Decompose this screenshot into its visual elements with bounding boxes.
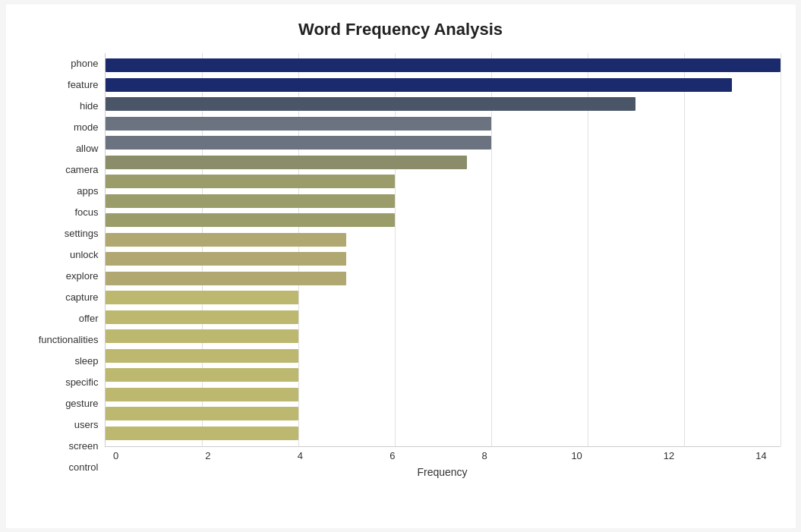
bar bbox=[106, 272, 347, 285]
y-label: hide bbox=[80, 96, 99, 116]
bar bbox=[106, 349, 298, 363]
bar-row bbox=[106, 289, 781, 306]
bar bbox=[106, 156, 467, 169]
bar-row bbox=[106, 250, 781, 267]
bars-area bbox=[105, 53, 781, 447]
x-tick: 0 bbox=[105, 450, 128, 461]
chart-container: Word Frequency Analysis phonefeaturehide… bbox=[6, 5, 796, 528]
bar-row bbox=[106, 328, 781, 345]
y-axis: phonefeaturehidemodeallowcameraappsfocus… bbox=[21, 53, 105, 478]
x-tick: 10 bbox=[566, 450, 588, 461]
bar bbox=[106, 136, 491, 150]
bar bbox=[106, 329, 298, 343]
bar-row bbox=[106, 173, 781, 190]
y-label: explore bbox=[66, 266, 99, 286]
y-label: settings bbox=[65, 224, 99, 244]
y-label: gesture bbox=[65, 394, 98, 414]
bar bbox=[106, 117, 491, 131]
bar bbox=[106, 310, 298, 324]
bar bbox=[106, 78, 733, 92]
bar bbox=[106, 233, 347, 247]
bar-row bbox=[106, 154, 781, 171]
bars-wrapper bbox=[106, 53, 781, 446]
x-axis-label: Frequency bbox=[105, 466, 781, 478]
bar bbox=[106, 58, 781, 72]
bar bbox=[106, 252, 347, 266]
bar bbox=[106, 407, 298, 420]
bar bbox=[106, 97, 636, 111]
y-label: focus bbox=[74, 203, 98, 222]
bar-row bbox=[106, 405, 781, 422]
y-label: unlock bbox=[70, 245, 99, 265]
y-label: control bbox=[68, 458, 98, 477]
y-label: screen bbox=[68, 436, 98, 456]
chart-title: Word Frequency Analysis bbox=[21, 20, 781, 39]
y-label: mode bbox=[74, 118, 99, 137]
x-axis: 02468101214 bbox=[105, 447, 781, 461]
grid-line bbox=[781, 53, 781, 446]
x-tick: 4 bbox=[289, 450, 311, 461]
bar-row bbox=[106, 309, 781, 326]
x-tick: 2 bbox=[197, 450, 219, 461]
y-label: apps bbox=[77, 181, 98, 201]
y-label: allow bbox=[76, 139, 99, 159]
bar-row bbox=[106, 212, 781, 228]
bar-row bbox=[106, 193, 781, 209]
bars-and-xaxis: 02468101214 Frequency bbox=[105, 53, 781, 478]
bar-row bbox=[106, 134, 781, 151]
y-label: camera bbox=[65, 160, 98, 180]
bar-row bbox=[106, 115, 781, 132]
bar-row bbox=[106, 367, 781, 383]
bar-row bbox=[106, 231, 781, 248]
bar bbox=[106, 175, 395, 188]
bar bbox=[106, 368, 298, 382]
bar-row bbox=[106, 270, 781, 287]
y-label: specific bbox=[65, 373, 98, 392]
bar-row bbox=[106, 386, 781, 403]
bar-row bbox=[106, 57, 781, 74]
y-label: capture bbox=[65, 288, 98, 307]
y-label: feature bbox=[68, 75, 98, 95]
x-tick: 12 bbox=[658, 450, 680, 461]
bar-row bbox=[106, 77, 781, 93]
bar bbox=[106, 388, 298, 401]
bar-row bbox=[106, 96, 781, 112]
y-label: users bbox=[74, 415, 99, 435]
y-label: phone bbox=[71, 54, 98, 74]
bar bbox=[106, 427, 298, 440]
bar bbox=[106, 194, 395, 208]
y-label: offer bbox=[79, 309, 99, 329]
bar bbox=[106, 213, 395, 227]
bar-row bbox=[106, 348, 781, 364]
y-label: sleep bbox=[74, 351, 98, 371]
bar-row bbox=[106, 425, 781, 442]
x-tick: 8 bbox=[473, 450, 496, 461]
x-tick: 14 bbox=[749, 450, 772, 461]
y-label: functionalities bbox=[39, 330, 99, 350]
x-tick: 6 bbox=[381, 450, 404, 461]
bar bbox=[106, 291, 298, 304]
chart-area: phonefeaturehidemodeallowcameraappsfocus… bbox=[21, 53, 781, 478]
